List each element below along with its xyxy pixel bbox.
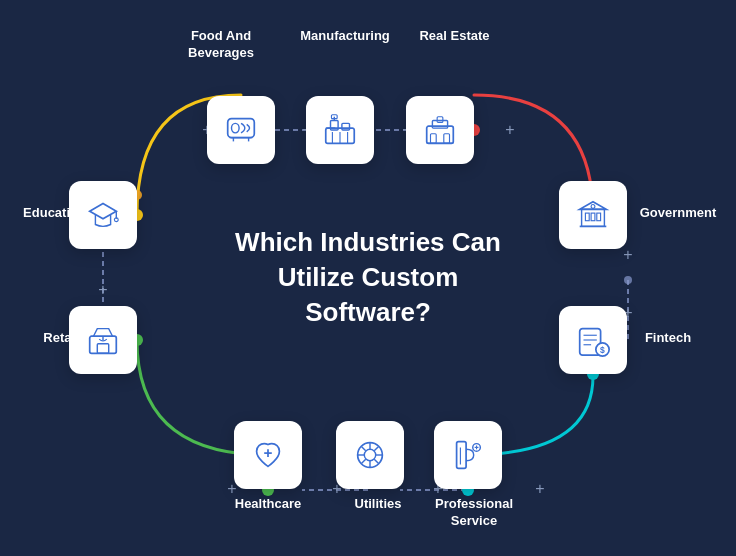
retail-label: Retail <box>36 330 86 347</box>
healthcare-icon-box <box>234 421 302 489</box>
government-label: Government <box>638 205 718 222</box>
svg-rect-40 <box>444 134 450 144</box>
svg-text:+: + <box>535 480 544 497</box>
svg-rect-39 <box>431 134 437 144</box>
professional-label: ProfessionalService <box>424 496 524 530</box>
svg-point-26 <box>624 276 632 284</box>
education-label: Education <box>22 205 87 222</box>
svg-rect-54 <box>457 442 467 469</box>
svg-text:$: $ <box>600 345 605 355</box>
svg-rect-64 <box>97 344 108 354</box>
manufacturing-icon-box <box>306 96 374 164</box>
utilities-icon-box <box>336 421 404 489</box>
center-title: Which Industries Can Utilize Custom Soft… <box>228 225 508 330</box>
svg-rect-31 <box>342 123 350 130</box>
svg-text:+: + <box>98 281 107 298</box>
fintech-icon-box: $ <box>559 306 627 374</box>
svg-rect-44 <box>591 213 595 221</box>
fintech-label: Fintech <box>638 330 698 347</box>
healthcare-label: Healthcare <box>228 496 308 513</box>
svg-point-67 <box>114 218 118 222</box>
svg-text:+: + <box>623 246 632 263</box>
main-container: + + + + + + + + + + + <box>0 0 736 556</box>
svg-point-60 <box>364 449 375 460</box>
food-icon-box <box>207 96 275 164</box>
food-label: Food And Beverages <box>176 28 266 62</box>
professional-icon-box <box>434 421 502 489</box>
svg-point-28 <box>232 123 240 133</box>
svg-point-47 <box>591 205 595 209</box>
svg-rect-38 <box>437 117 443 123</box>
realestate-icon-box <box>406 96 474 164</box>
utilities-label: Utilities <box>348 496 408 513</box>
realestate-label: Real Estate <box>412 28 497 45</box>
svg-rect-43 <box>585 213 589 221</box>
manufacturing-label: Manufacturing <box>295 28 395 45</box>
svg-rect-45 <box>597 213 601 221</box>
government-icon-box <box>559 181 627 249</box>
svg-text:+: + <box>505 121 514 138</box>
